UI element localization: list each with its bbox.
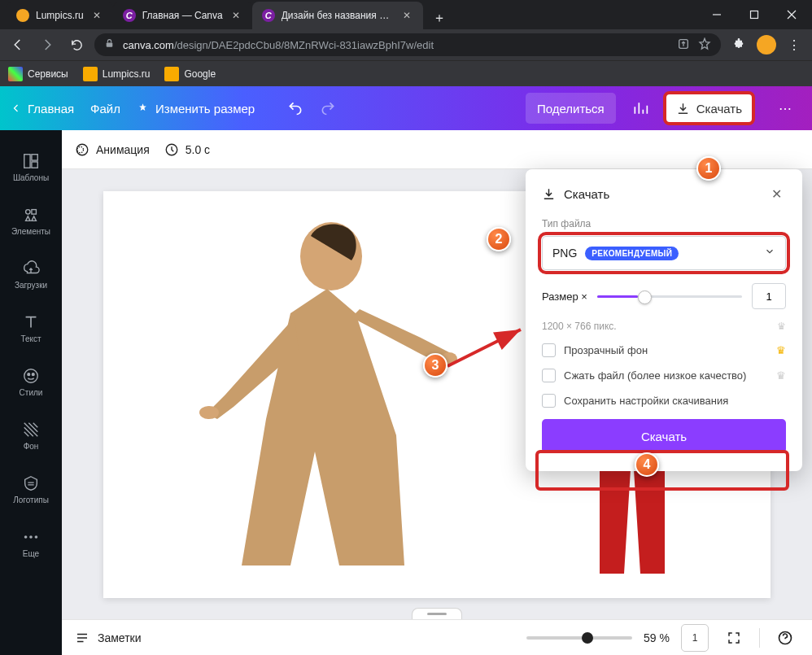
sidebar-logos[interactable]: Логотипы [0,462,62,516]
svg-line-25 [447,330,521,366]
svg-point-14 [24,535,28,539]
svg-rect-1 [751,11,758,19]
annotation-step-1: 1 [696,156,721,181]
url-text: canva.com/design/DAE2pdcCbu8/8MZnRWci-83… [123,39,669,51]
annotation-step-3: 3 [423,353,447,378]
tab-close-icon[interactable]: ✕ [400,9,413,22]
compress-checkbox[interactable]: Сжать файл (более низкое качество)♛ [542,369,786,382]
recommended-badge: РЕКОМЕНДУЕМЫЙ [585,247,679,260]
transparent-checkbox[interactable]: Прозрачный фон♛ [542,343,786,357]
address-bar[interactable]: canva.com/design/DAE2pdcCbu8/8MZnRWci-83… [94,33,721,56]
undo-button[interactable] [287,100,303,116]
svg-rect-6 [24,154,30,168]
file-menu[interactable]: Файл [90,102,120,116]
redo-button[interactable] [320,100,336,116]
browser-menu-button[interactable]: ⋮ [783,33,805,56]
svg-rect-4 [107,42,113,46]
browser-tab[interactable]: Lumpics.ru ✕ [7,2,113,29]
zoom-value[interactable]: 59 % [644,631,670,644]
duration-button[interactable]: 5.0 с [164,142,210,157]
sidebar-uploads[interactable]: Загрузки [0,247,62,301]
svg-point-12 [28,373,30,375]
panel-title: Скачать [542,187,609,201]
page-count-button[interactable]: 1 [681,624,709,652]
sidebar-styles[interactable]: Стили [0,355,62,408]
svg-point-16 [35,535,38,539]
resize-menu[interactable]: Изменить размер [137,102,255,116]
dimensions-text: 1200 × 766 пикс. [542,321,617,332]
folder-icon [164,67,179,81]
sidebar-elements[interactable]: Элементы [0,194,62,247]
size-slider[interactable] [597,295,742,298]
size-label: Размер × [542,290,587,303]
home-link[interactable]: Главная [11,102,74,116]
share-url-icon[interactable] [677,37,690,53]
canva-body: Шаблоны Элементы Загрузки Текст Стили Фо… [0,130,812,655]
sidebar-more[interactable]: Еще [0,516,62,570]
crown-icon: ♛ [776,369,786,382]
minimize-button[interactable] [698,0,736,29]
svg-rect-8 [32,161,37,167]
checkbox-icon [542,343,556,357]
zoom-slider[interactable] [526,636,632,640]
canva-sidebar: Шаблоны Элементы Загрузки Текст Стили Фо… [0,130,62,655]
image-person-left[interactable] [168,207,461,582]
tab-close-icon[interactable]: ✕ [90,9,103,22]
download-confirm-button[interactable]: Скачать [542,419,786,453]
bookmark-star-icon[interactable] [698,37,711,53]
sidebar-templates[interactable]: Шаблоны [0,140,62,194]
notes-button[interactable]: Заметки [75,631,142,645]
annotation-step-2: 2 [487,227,511,251]
browser-tabstrip: Lumpics.ru ✕ C Главная — Canva ✕ C Дизай… [0,0,586,29]
folder-icon [83,67,98,81]
tab-close-icon[interactable]: ✕ [229,9,242,22]
svg-point-21 [199,406,219,419]
canva-topbar: Главная Файл Изменить размер Поделиться … [0,86,812,130]
share-button[interactable]: Поделиться [526,93,616,124]
new-tab-button[interactable]: ＋ [428,7,451,29]
profile-avatar[interactable] [757,35,776,55]
reload-button[interactable] [65,33,88,56]
annotation-arrow [443,321,533,382]
extensions-button[interactable] [727,33,750,56]
crown-icon: ♛ [777,321,786,332]
svg-rect-10 [32,209,36,214]
annotation-step-4: 4 [635,452,659,477]
browser-tab[interactable]: C Главная — Canva ✕ [113,2,252,29]
svg-point-11 [24,369,38,382]
svg-point-17 [76,144,88,155]
download-button[interactable]: Скачать [665,93,753,124]
bookmarks-bar: Сервисы Lumpics.ru Google [0,60,812,86]
fullscreen-button[interactable] [720,624,748,652]
bookmark-item[interactable]: Сервисы [8,67,68,81]
filetype-select[interactable]: PNG РЕКОМЕНДУЕМЫЙ [542,236,786,270]
lock-icon [104,38,115,51]
sidebar-background[interactable]: Фон [0,408,62,462]
sidebar-text[interactable]: Текст [0,301,62,355]
browser-tab-active[interactable]: C Дизайн без названия — 1200 ✕ [252,2,423,29]
tab-title: Lumpics.ru [36,10,84,21]
size-input[interactable] [752,283,786,309]
favicon-icon: C [262,9,275,22]
help-button[interactable] [771,624,799,652]
analytics-button[interactable] [632,100,648,116]
svg-point-13 [32,373,34,375]
forward-button[interactable] [36,33,59,56]
page-handle[interactable] [412,608,462,619]
bookmark-item[interactable]: Lumpics.ru [83,67,151,81]
svg-point-18 [77,146,84,153]
bookmark-item[interactable]: Google [164,67,216,81]
maximize-button[interactable] [736,0,773,29]
favicon-icon: C [123,9,136,22]
filetype-label: Тип файла [542,218,786,229]
svg-point-15 [29,535,33,539]
back-button[interactable] [7,33,29,56]
download-panel: Скачать ✕ Тип файла PNG РЕКОМЕНДУЕМЫЙ Ра… [526,169,802,471]
bottom-bar: Заметки 59 % 1 [62,619,812,655]
more-button[interactable]: ⋯ [770,93,801,124]
close-panel-button[interactable]: ✕ [766,184,786,203]
animation-button[interactable]: Анимация [75,142,150,157]
save-settings-checkbox[interactable]: Сохранить настройки скачивания [542,394,786,408]
close-window-button[interactable] [773,0,810,29]
favicon-icon [16,9,29,22]
